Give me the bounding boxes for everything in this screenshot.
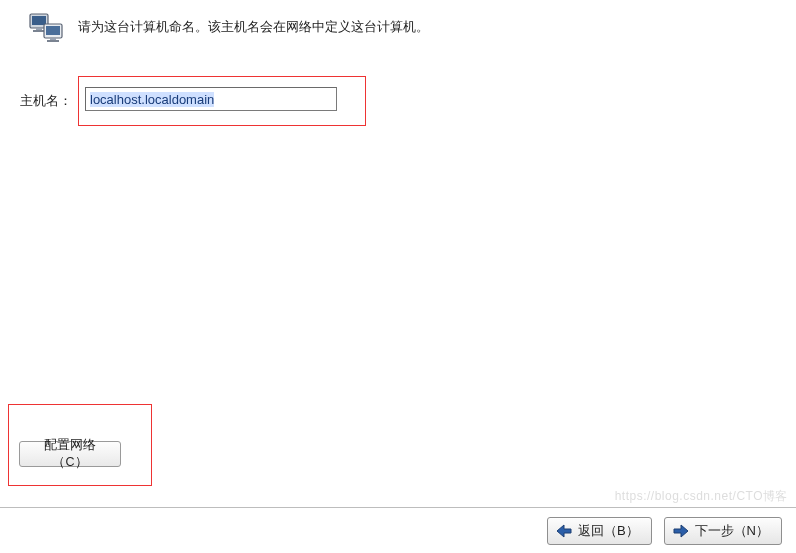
next-button[interactable]: 下一步（N） [664, 517, 782, 545]
footer-nav: 返回（B） 下一步（N） [0, 507, 796, 553]
svg-rect-3 [33, 30, 45, 32]
svg-rect-7 [47, 40, 59, 42]
arrow-left-icon [556, 524, 572, 538]
back-button[interactable]: 返回（B） [547, 517, 652, 545]
hostname-label: 主机名： [20, 92, 72, 110]
hostname-input[interactable] [85, 87, 337, 111]
svg-rect-6 [50, 38, 56, 40]
arrow-right-icon [673, 524, 689, 538]
next-button-label: 下一步（N） [695, 522, 769, 540]
svg-rect-1 [32, 16, 46, 25]
hostname-highlight-box [78, 76, 366, 126]
svg-rect-5 [46, 26, 60, 35]
watermark-text: https://blog.csdn.net/CTO博客 [615, 488, 788, 505]
computer-network-icon [28, 12, 66, 48]
configure-network-button[interactable]: 配置网络（C） [19, 441, 121, 467]
back-button-label: 返回（B） [578, 522, 639, 540]
page-description: 请为这台计算机命名。该主机名会在网络中定义这台计算机。 [78, 12, 429, 36]
svg-rect-2 [36, 28, 42, 30]
configure-network-highlight-box: 配置网络（C） [8, 404, 152, 486]
